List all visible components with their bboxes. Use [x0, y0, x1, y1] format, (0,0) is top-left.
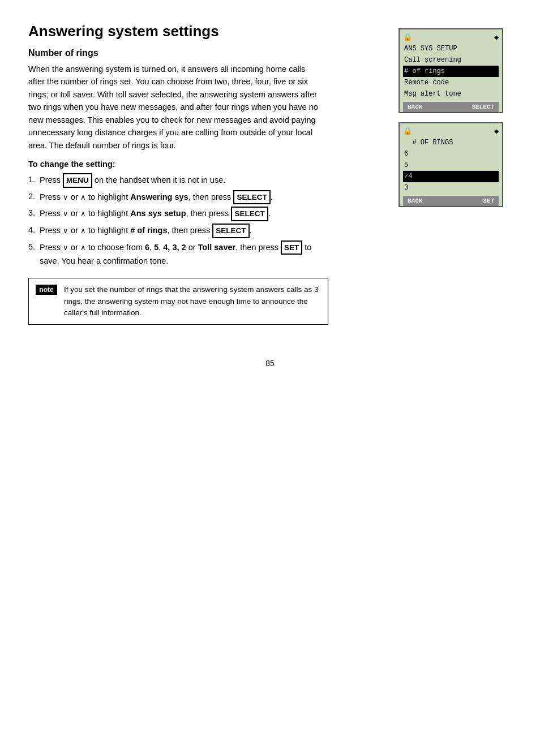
note-text: If you set the number of rings that the … — [64, 284, 321, 319]
screen2-row-2: 5 — [403, 160, 499, 171]
select-key-1: SELECT — [233, 190, 270, 205]
screen1-row-1: Call screening — [403, 54, 499, 66]
step-4: 4. Press ∨ or ∧ to highlight # of rings,… — [28, 224, 328, 238]
step-2: 2. Press ∨ or ∧ to highlight Answering s… — [28, 190, 328, 205]
up-arrow-4: ∧ — [80, 242, 86, 254]
sub-title: To change the setting: — [28, 160, 387, 169]
down-arrow-4: ∨ — [63, 242, 68, 254]
screen1-top: 🔒 ◆ — [403, 33, 499, 42]
down-arrow-2: ∨ — [63, 208, 68, 220]
select-key-3: SELECT — [212, 224, 249, 238]
step-num-3: 3. — [28, 207, 35, 220]
page-container: Answering system settings Number of ring… — [28, 23, 512, 368]
set-key: SET — [281, 240, 302, 255]
steps-list: 1. Press MENU on the handset when it is … — [28, 173, 328, 268]
step-3: 3. Press ∨ or ∧ to highlight Ans sys set… — [28, 207, 328, 221]
up-arrow-1: ∧ — [80, 192, 86, 204]
section-title: Number of rings — [28, 48, 387, 58]
screen2: 🔒 ◆ # OF RINGS 6 5 ✓4 3 BACK SET — [398, 122, 503, 207]
menu-key: MENU — [63, 173, 92, 188]
screen1-row-4: Msg alert tone — [403, 88, 499, 100]
note-box: note If you set the number of rings that… — [28, 278, 328, 325]
screen2-lock-icon: 🔒 — [403, 127, 412, 136]
screen2-row-3: ✓4 — [403, 171, 499, 182]
screen2-row-0: # OF RINGS — [403, 137, 499, 148]
step-num-2: 2. — [28, 190, 35, 203]
screen2-buttons: BACK SET — [403, 196, 499, 206]
screen1-buttons: BACK SELECT — [403, 102, 499, 112]
screen2-row-1: 6 — [403, 148, 499, 160]
page-number: 85 — [28, 359, 512, 368]
step-5: 5. Press ∨ or ∧ to choose from 6, 5, 4, … — [28, 240, 328, 268]
left-content: Answering system settings Number of ring… — [28, 23, 387, 325]
step-num-5: 5. — [28, 240, 35, 254]
screen2-set-btn[interactable]: SET — [481, 197, 496, 205]
right-screens: 🔒 ◆ ANS SYS SETUP Call screening # of ri… — [398, 23, 512, 325]
page-title: Answering system settings — [28, 23, 387, 40]
select-key-2: SELECT — [231, 207, 268, 221]
screen1-lock-icon: 🔒 — [403, 33, 412, 42]
step-1: 1. Press MENU on the handset when it is … — [28, 173, 328, 188]
up-arrow-3: ∧ — [80, 225, 86, 237]
screen2-arrow: ◆ — [494, 127, 499, 136]
screen1-arrow: ◆ — [494, 33, 499, 42]
screen1-select-btn[interactable]: SELECT — [469, 103, 496, 111]
screen1-row-2: # of rings — [403, 66, 499, 77]
note-label: note — [36, 285, 57, 295]
screen2-top: 🔒 ◆ — [403, 127, 499, 136]
screen1: 🔒 ◆ ANS SYS SETUP Call screening # of ri… — [398, 28, 503, 113]
up-arrow-2: ∧ — [80, 208, 86, 220]
screen2-back-btn[interactable]: BACK — [405, 197, 425, 205]
down-arrow-1: ∨ — [63, 192, 68, 204]
screen1-row-0: ANS SYS SETUP — [403, 43, 499, 54]
step-num-1: 1. — [28, 173, 35, 186]
step-num-4: 4. — [28, 224, 35, 237]
screen1-back-btn[interactable]: BACK — [405, 103, 425, 111]
screen1-row-3: Remote code — [403, 77, 499, 88]
main-layout: Answering system settings Number of ring… — [28, 23, 512, 325]
body-text: When the answering system is turned on, … — [28, 63, 323, 152]
down-arrow-3: ∨ — [63, 225, 68, 237]
screen2-row-4: 3 — [403, 182, 499, 194]
